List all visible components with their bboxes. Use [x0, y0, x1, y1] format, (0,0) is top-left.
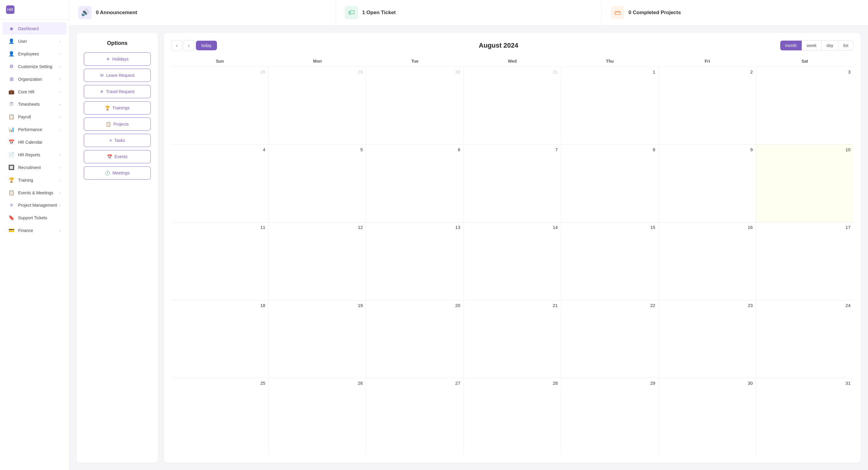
option-btn-projects[interactable]: 📋Projects — [84, 118, 151, 131]
cal-date-0-0: 28 — [174, 69, 265, 74]
sidebar-item-organization[interactable]: ⊞ Organization ‹ — [2, 73, 67, 85]
cal-cell-1-6[interactable]: 10 — [756, 145, 854, 222]
cal-cell-0-2[interactable]: 30 — [366, 67, 464, 144]
option-btn-tasks[interactable]: ≡Tasks — [84, 134, 151, 147]
cal-next-button[interactable]: › — [183, 40, 194, 51]
nav-label-training: Training — [18, 178, 33, 183]
sidebar-item-hr-calendar[interactable]: 📅 HR Calendar — [2, 136, 67, 148]
stat-card-completed-projects: 🗃 0 Completed Projects — [602, 0, 868, 25]
nav-icon-dashboard: ◈ — [8, 26, 14, 31]
cal-cell-4-1[interactable]: 26 — [269, 378, 366, 456]
option-icon-tasks: ≡ — [110, 138, 112, 143]
cal-cell-3-1[interactable]: 19 — [269, 301, 366, 378]
cal-view-btn-week[interactable]: week — [802, 41, 822, 50]
sidebar-item-dashboard[interactable]: ◈ Dashboard — [2, 22, 67, 35]
cal-cell-4-3[interactable]: 28 — [464, 378, 561, 456]
sidebar-item-support-tickets[interactable]: 🔖 Support Tickets — [2, 212, 67, 224]
cal-date-1-4: 8 — [564, 147, 655, 152]
cal-cell-0-3[interactable]: 31 — [464, 67, 561, 144]
cal-cell-4-4[interactable]: 29 — [561, 378, 658, 456]
cal-cell-2-5[interactable]: 16 — [658, 222, 756, 300]
cal-date-0-2: 30 — [369, 69, 460, 74]
cal-cell-3-2[interactable]: 20 — [366, 301, 464, 378]
cal-cell-2-1[interactable]: 12 — [269, 222, 366, 300]
cal-cell-2-2[interactable]: 13 — [366, 222, 464, 300]
cal-cell-1-3[interactable]: 7 — [464, 145, 561, 222]
option-icon-holidays: ☀ — [106, 57, 110, 61]
cal-date-3-6: 24 — [759, 303, 850, 308]
cal-cell-4-2[interactable]: 27 — [366, 378, 464, 456]
cal-date-1-6: 10 — [759, 147, 850, 152]
cal-day-header-sat: Sat — [756, 57, 854, 65]
sidebar-item-training[interactable]: 🏆 Training ‹ — [2, 174, 67, 186]
cal-cell-4-0[interactable]: 25 — [171, 378, 269, 456]
option-btn-leave-request[interactable]: ✉Leave Request — [84, 69, 151, 82]
cal-date-3-0: 18 — [174, 303, 265, 308]
option-btn-meetings[interactable]: 🕐Meetings — [84, 166, 151, 180]
cal-view-group: monthweekdaylist — [780, 40, 854, 51]
option-icon-trainings: 🏆 — [105, 105, 110, 110]
sidebar-item-finance[interactable]: 💳 Finance ‹ — [2, 224, 67, 237]
cal-cell-2-3[interactable]: 14 — [464, 222, 561, 300]
nav-label-hr-calendar: HR Calendar — [18, 140, 42, 145]
sidebar-item-project-management[interactable]: ≡ Project Management ‹ — [2, 199, 67, 211]
cal-cell-3-5[interactable]: 23 — [658, 301, 756, 378]
nav-icon-core-hr: 💼 — [8, 89, 14, 95]
sidebar-item-hr-reports[interactable]: 📄 HR Reports ‹ — [2, 149, 67, 161]
option-btn-holidays[interactable]: ☀Holidays — [84, 53, 151, 66]
nav-label-dashboard: Dashboard — [18, 26, 39, 31]
cal-today-button[interactable]: today — [196, 41, 217, 50]
nav-chevron-payroll: ‹ — [59, 115, 61, 119]
sidebar-item-payroll[interactable]: 📋 Payroll ‹ — [2, 111, 67, 123]
nav-label-customize-setting: Customize Setting — [18, 64, 53, 69]
cal-cell-2-0[interactable]: 11 — [171, 222, 269, 300]
sidebar-item-core-hr[interactable]: 💼 Core HR ‹ — [2, 86, 67, 98]
cal-cell-4-5[interactable]: 30 — [658, 378, 756, 456]
sidebar-item-performance[interactable]: 📊 Performance ‹ — [2, 123, 67, 135]
cal-cell-2-4[interactable]: 15 — [561, 222, 658, 300]
stat-label-open-tickets: 1 Open Ticket — [362, 10, 396, 15]
nav-chevron-core-hr: ‹ — [59, 90, 61, 94]
sidebar-item-recruitment[interactable]: 🔲 Recruitment ‹ — [2, 161, 67, 174]
cal-cell-3-4[interactable]: 22 — [561, 301, 658, 378]
cal-cell-3-6[interactable]: 24 — [756, 301, 854, 378]
cal-view-btn-list[interactable]: list — [838, 41, 853, 50]
cal-prev-button[interactable]: ‹ — [171, 40, 182, 51]
cal-cell-0-5[interactable]: 2 — [658, 67, 756, 144]
cal-cell-1-2[interactable]: 6 — [366, 145, 464, 222]
cal-cell-2-6[interactable]: 17 — [756, 222, 854, 300]
nav-chevron-hr-reports: ‹ — [59, 153, 61, 157]
sidebar-item-user[interactable]: 👤 User ‹ — [2, 35, 67, 47]
cal-cell-1-5[interactable]: 9 — [658, 145, 756, 222]
option-label-meetings: Meetings — [113, 170, 130, 175]
cal-day-header-fri: Fri — [658, 57, 756, 65]
cal-cell-0-1[interactable]: 29 — [269, 67, 366, 144]
cal-cell-1-4[interactable]: 8 — [561, 145, 658, 222]
cal-cell-0-6[interactable]: 3 — [756, 67, 854, 144]
cal-cell-3-0[interactable]: 18 — [171, 301, 269, 378]
sidebar-item-customize-setting[interactable]: ⚙ Customize Setting ‹ — [2, 60, 67, 73]
cal-cell-4-6[interactable]: 31 — [756, 378, 854, 456]
option-btn-travel-request[interactable]: ✈Travel Request — [84, 85, 151, 98]
cal-date-2-4: 15 — [564, 225, 655, 230]
cal-cell-0-0[interactable]: 28 — [171, 67, 269, 144]
cal-date-0-5: 2 — [661, 69, 752, 74]
cal-date-1-1: 5 — [272, 147, 363, 152]
cal-cell-0-4[interactable]: 1 — [561, 67, 658, 144]
cal-cell-1-0[interactable]: 4 — [171, 145, 269, 222]
cal-view-btn-day[interactable]: day — [822, 41, 838, 50]
sidebar-nav: ◈ Dashboard 👤 User ‹ 👤 Employees ‹ ⚙ Cus… — [0, 20, 69, 470]
sidebar-item-timesheets[interactable]: ⏱ Timesheets ‹ — [2, 98, 67, 110]
nav-icon-support-tickets: 🔖 — [8, 215, 14, 221]
sidebar-item-employees[interactable]: 👤 Employees ‹ — [2, 48, 67, 60]
cal-weeks: 2829303112345678910111213141516171819202… — [171, 67, 854, 456]
cal-date-2-5: 16 — [661, 225, 752, 230]
option-btn-trainings[interactable]: 🏆Trainings — [84, 101, 151, 115]
cal-view-btn-month[interactable]: month — [780, 41, 802, 50]
cal-cell-1-1[interactable]: 5 — [269, 145, 366, 222]
option-label-events: Events — [115, 154, 127, 159]
sidebar-item-events-meetings[interactable]: 📋 Events & Meetings ‹ — [2, 187, 67, 199]
nav-chevron-employees: ‹ — [59, 52, 61, 56]
option-btn-events[interactable]: 📅Events — [84, 150, 151, 163]
cal-cell-3-3[interactable]: 21 — [464, 301, 561, 378]
